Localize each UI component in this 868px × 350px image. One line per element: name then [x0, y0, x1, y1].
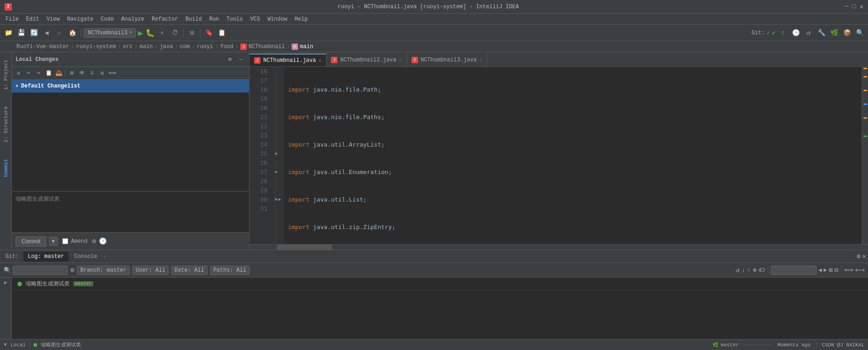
bookmark-btn[interactable]: 🔖: [203, 27, 214, 38]
menu-tools[interactable]: Tools: [223, 15, 247, 23]
refresh-icon[interactable]: ↺: [14, 69, 23, 78]
close-btn[interactable]: ✕: [860, 3, 863, 11]
group-icon[interactable]: ⊞: [67, 69, 76, 78]
git-stash-icon[interactable]: 📦: [841, 27, 852, 38]
amend-checkbox[interactable]: [62, 238, 68, 244]
menu-build[interactable]: Build: [182, 15, 206, 23]
grid-icon[interactable]: ⊟: [835, 266, 838, 274]
undo-icon[interactable]: ↩: [24, 69, 33, 78]
breadcrumb-ruoyi[interactable]: ruoyi: [197, 44, 213, 50]
menu-run[interactable]: Run: [206, 15, 223, 23]
horizontal-scrollbar[interactable]: [250, 244, 868, 250]
breadcrumb-food[interactable]: food: [220, 44, 233, 50]
git-filter-settings-icon[interactable]: ⚙: [71, 266, 74, 274]
highlight-icon[interactable]: ⊞: [829, 266, 832, 274]
run-gutter-27[interactable]: ▶: [275, 168, 278, 177]
breadcrumb-com[interactable]: com: [180, 44, 190, 50]
open-btn[interactable]: 📁: [3, 27, 14, 38]
profile-btn[interactable]: ⏱: [169, 27, 180, 38]
menu-view[interactable]: View: [43, 15, 64, 23]
git-log-search-input[interactable]: [13, 266, 68, 275]
menu-refactor[interactable]: Refactor: [148, 15, 182, 23]
git-commit-row-1[interactable]: 缩略图生成测试类 master: [12, 278, 868, 290]
collapse-icon-25[interactable]: ▶: [275, 149, 278, 159]
tab-ncthumbnail2[interactable]: J NCThumbnail2.java ✕: [326, 54, 407, 66]
git-push-icon[interactable]: ↑: [777, 27, 788, 38]
menu-file[interactable]: File: [2, 15, 22, 23]
tab-close-1[interactable]: ✕: [319, 58, 321, 63]
menu-code[interactable]: Code: [97, 15, 118, 23]
project-tab[interactable]: 1: Project: [2, 56, 10, 93]
menu-help[interactable]: Help: [291, 15, 311, 23]
branch-status[interactable]: 🌿 master: [712, 342, 739, 348]
panel-settings-icon[interactable]: ⚙: [225, 55, 234, 64]
status-expand-icon[interactable]: ▼: [4, 342, 7, 348]
collapse-all-icon[interactable]: ⟻: [855, 266, 864, 274]
git-search-icon[interactable]: 🔍: [854, 27, 865, 38]
log-master-tab[interactable]: Log: master: [23, 252, 69, 262]
tag-icon[interactable]: 🏷: [759, 267, 765, 274]
view-icon[interactable]: 👁: [77, 69, 87, 78]
search-left-icon[interactable]: ◀: [819, 267, 822, 273]
breadcrumb-main-method[interactable]: main: [300, 44, 313, 50]
refresh-log-icon[interactable]: ↺: [736, 266, 739, 274]
forward-btn[interactable]: ▶: [54, 27, 65, 38]
tab-ncthumbnail3[interactable]: J NCThumbnail3.java ✕: [407, 54, 487, 66]
search-right-icon[interactable]: ▶: [824, 267, 827, 273]
save-btn[interactable]: 💾: [16, 27, 27, 38]
structure-tab[interactable]: 2: Structure: [2, 103, 10, 146]
menu-analyze[interactable]: Analyze: [118, 15, 148, 23]
menu-edit[interactable]: Edit: [22, 15, 43, 23]
list-icon[interactable]: ≡: [87, 69, 97, 78]
redo-icon[interactable]: ↪: [34, 69, 43, 78]
breadcrumb-main[interactable]: main: [140, 44, 153, 50]
git-tab-label[interactable]: Git:: [2, 252, 22, 262]
push-icon[interactable]: ↑: [747, 267, 751, 274]
breadcrumb-java[interactable]: java: [160, 44, 173, 50]
code-content[interactable]: import java.nio.file.Path; import java.n…: [284, 67, 862, 244]
commit-settings-icon[interactable]: ⚙: [92, 237, 96, 245]
menu-window[interactable]: Window: [264, 15, 291, 23]
debug-button[interactable]: 🐛: [146, 28, 155, 38]
panel-minimize-icon[interactable]: ─: [236, 55, 245, 64]
fetch-icon[interactable]: ⊕: [753, 266, 756, 274]
maximize-btn[interactable]: □: [852, 3, 856, 11]
changelist-header[interactable]: ▼ Default Changelist: [12, 80, 249, 93]
git-history-icon[interactable]: 🕒: [790, 27, 801, 38]
coverage-btn[interactable]: ⚡: [157, 27, 168, 38]
commit-main-button[interactable]: Commit: [16, 236, 46, 246]
git-branch-icon[interactable]: 🌿: [829, 27, 840, 38]
tab-close-2[interactable]: ✕: [399, 57, 402, 63]
branch-filter[interactable]: Branch: master: [77, 266, 130, 275]
console-tab[interactable]: Console: [70, 252, 102, 262]
sort-icon[interactable]: ⇅: [98, 69, 107, 78]
commit-dropdown-button[interactable]: ▼: [49, 237, 58, 246]
git-undo-icon[interactable]: ↺: [803, 27, 814, 38]
tab-close-3[interactable]: ✕: [479, 57, 482, 63]
run-button[interactable]: ▶: [138, 28, 143, 38]
commit-clock-icon[interactable]: 🕒: [99, 237, 107, 245]
breadcrumb-ncthumbnail[interactable]: NCThumbnail: [249, 44, 285, 50]
expand-bottom-left-icon[interactable]: ◀: [4, 279, 7, 286]
user-filter[interactable]: User: All: [132, 266, 168, 275]
stop-btn[interactable]: ⏹: [186, 27, 197, 38]
nav-btn[interactable]: 🏠: [67, 27, 78, 38]
menu-vcs[interactable]: VCS: [247, 15, 264, 23]
breadcrumb-ruoyi-system[interactable]: ruoyi-system: [76, 44, 115, 50]
bottom-close-icon[interactable]: ✕: [863, 252, 866, 260]
expand-icon[interactable]: ⟺: [108, 69, 117, 78]
unshelve-icon[interactable]: 📤: [54, 69, 63, 78]
sync-btn[interactable]: 🔄: [28, 27, 39, 38]
menu-navigate[interactable]: Navigate: [63, 15, 97, 23]
collapse-icon-30[interactable]: ▶: [278, 195, 281, 204]
expand-all-icon[interactable]: ⟺: [844, 266, 853, 274]
breadcrumb-ruoyi-vue[interactable]: RuoYi-Vue-master: [16, 44, 69, 50]
bottom-settings-icon[interactable]: ⚙: [857, 252, 860, 260]
pull-icon[interactable]: ↓: [741, 267, 745, 274]
run-gutter-30[interactable]: ▶: [275, 195, 278, 204]
back-btn[interactable]: ◀: [41, 27, 52, 38]
shelf-icon[interactable]: 📋: [44, 69, 53, 78]
breadcrumb-src[interactable]: src: [123, 44, 133, 50]
minimize-btn[interactable]: ─: [845, 3, 848, 11]
paths-filter[interactable]: Paths: All: [210, 266, 250, 275]
